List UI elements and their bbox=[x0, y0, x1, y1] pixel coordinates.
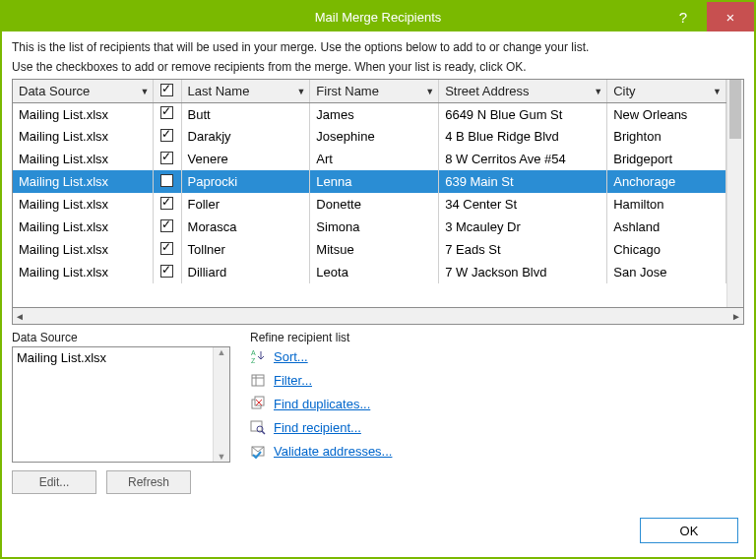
row-checkbox[interactable] bbox=[160, 219, 173, 232]
cell-city: New Orleans bbox=[607, 102, 726, 125]
row-checkbox[interactable] bbox=[160, 152, 173, 164]
window-title: Mail Merge Recipients bbox=[315, 10, 442, 25]
cell-data-source: Mailing List.xlsx bbox=[13, 261, 154, 283]
cell-last-name: Venere bbox=[181, 148, 310, 170]
cell-first-name: Lenna bbox=[310, 170, 439, 193]
row-checkbox[interactable] bbox=[160, 174, 173, 187]
cell-last-name: Tollner bbox=[181, 238, 310, 261]
cell-street: 4 B Blue Ridge Blvd bbox=[439, 125, 607, 148]
cell-street: 7 W Jackson Blvd bbox=[439, 261, 607, 283]
cell-data-source: Mailing List.xlsx bbox=[13, 148, 154, 170]
recipients-grid: Data Source▼ Last Name▼ First Name▼ Stre… bbox=[12, 79, 744, 308]
cell-checkbox[interactable] bbox=[154, 238, 181, 261]
mail-merge-recipients-dialog: Mail Merge Recipients ? × This is the li… bbox=[0, 0, 756, 559]
cell-data-source: Mailing List.xlsx bbox=[13, 193, 154, 216]
instruction-line-2: Use the checkboxes to add or remove reci… bbox=[12, 59, 744, 75]
cell-street: 639 Main St bbox=[439, 170, 607, 193]
window-controls: ? × bbox=[660, 2, 754, 31]
close-button[interactable]: × bbox=[707, 2, 754, 31]
cell-street: 7 Eads St bbox=[439, 238, 607, 261]
table-row[interactable]: Mailing List.xlsxVenereArt8 W Cerritos A… bbox=[13, 148, 726, 170]
table-row[interactable]: Mailing List.xlsxDarakjyJosephine4 B Blu… bbox=[13, 125, 726, 148]
validate-icon bbox=[250, 443, 266, 459]
cell-data-source: Mailing List.xlsx bbox=[13, 238, 154, 261]
cell-first-name: Leota bbox=[310, 261, 439, 283]
data-source-list[interactable]: Mailing List.xlsx ▲▼ bbox=[12, 346, 230, 463]
col-last-name[interactable]: Last Name▼ bbox=[181, 80, 310, 102]
dropdown-icon: ▼ bbox=[296, 87, 305, 96]
header-checkbox[interactable] bbox=[160, 84, 173, 96]
duplicates-icon bbox=[250, 396, 266, 411]
lower-panels: Data Source Mailing List.xlsx ▲▼ Edit...… bbox=[12, 331, 744, 518]
row-checkbox[interactable] bbox=[160, 197, 173, 210]
dialog-footer: OK bbox=[12, 518, 744, 547]
scroll-thumb[interactable] bbox=[729, 80, 741, 139]
scroll-right-icon[interactable]: ► bbox=[731, 311, 741, 322]
row-checkbox[interactable] bbox=[160, 265, 173, 278]
cell-city: Hamilton bbox=[607, 193, 726, 216]
find-duplicates-link[interactable]: Find duplicates... bbox=[250, 396, 744, 411]
cell-city: Bridgeport bbox=[607, 148, 726, 170]
cell-checkbox[interactable] bbox=[154, 193, 181, 216]
edit-button[interactable]: Edit... bbox=[12, 470, 96, 494]
table-row[interactable]: Mailing List.xlsxDilliardLeota7 W Jackso… bbox=[13, 261, 726, 283]
table-row[interactable]: Mailing List.xlsxButtJames6649 N Blue Gu… bbox=[13, 102, 726, 125]
find-recipient-link[interactable]: Find recipient... bbox=[250, 419, 744, 435]
cell-first-name: Mitsue bbox=[310, 238, 439, 261]
cell-checkbox[interactable] bbox=[154, 261, 181, 283]
refine-panel: Refine recipient list AZ Sort... Filter.… bbox=[250, 331, 744, 518]
filter-icon bbox=[250, 372, 266, 388]
row-checkbox[interactable] bbox=[160, 106, 173, 119]
cell-last-name: Foller bbox=[181, 193, 310, 216]
horizontal-scrollbar[interactable]: ◄► bbox=[12, 308, 744, 325]
col-checkbox[interactable] bbox=[154, 80, 181, 102]
col-street[interactable]: Street Address▼ bbox=[439, 80, 607, 102]
list-scrollbar[interactable]: ▲▼ bbox=[213, 347, 229, 462]
table-row[interactable]: Mailing List.xlsxTollnerMitsue7 Eads StC… bbox=[13, 238, 726, 261]
col-data-source[interactable]: Data Source▼ bbox=[13, 80, 154, 102]
col-city[interactable]: City▼ bbox=[607, 80, 726, 102]
cell-city: Chicago bbox=[607, 238, 726, 261]
row-checkbox[interactable] bbox=[160, 242, 173, 255]
instruction-line-1: This is the list of recipients that will… bbox=[12, 39, 744, 55]
cell-street: 6649 N Blue Gum St bbox=[439, 102, 607, 125]
col-first-name[interactable]: First Name▼ bbox=[310, 80, 439, 102]
cell-last-name: Darakjy bbox=[181, 125, 310, 148]
svg-line-11 bbox=[262, 431, 265, 434]
sort-icon: AZ bbox=[250, 348, 266, 364]
table-row[interactable]: Mailing List.xlsxFollerDonette34 Center … bbox=[13, 193, 726, 216]
find-icon bbox=[250, 419, 266, 435]
table-row[interactable]: Mailing List.xlsxMorascaSimona3 Mcauley … bbox=[13, 216, 726, 238]
cell-last-name: Paprocki bbox=[181, 170, 310, 193]
dropdown-icon: ▼ bbox=[594, 87, 602, 96]
cell-last-name: Dilliard bbox=[181, 261, 310, 283]
cell-city: Ashland bbox=[607, 216, 726, 238]
filter-link[interactable]: Filter... bbox=[250, 372, 744, 388]
ok-button[interactable]: OK bbox=[640, 518, 738, 543]
cell-checkbox[interactable] bbox=[154, 102, 181, 125]
scroll-left-icon[interactable]: ◄ bbox=[15, 311, 25, 322]
cell-checkbox[interactable] bbox=[154, 148, 181, 170]
validate-link[interactable]: Validate addresses... bbox=[250, 443, 744, 459]
cell-checkbox[interactable] bbox=[154, 170, 181, 193]
data-source-item[interactable]: Mailing List.xlsx bbox=[17, 350, 106, 365]
data-source-label: Data Source bbox=[12, 331, 230, 344]
refresh-button[interactable]: Refresh bbox=[106, 470, 191, 494]
table-row[interactable]: Mailing List.xlsxPaprockiLenna639 Main S… bbox=[13, 170, 726, 193]
svg-text:Z: Z bbox=[251, 357, 256, 364]
cell-checkbox[interactable] bbox=[154, 216, 181, 238]
vertical-scrollbar[interactable] bbox=[726, 80, 743, 307]
cell-data-source: Mailing List.xlsx bbox=[13, 170, 154, 193]
cell-street: 3 Mcauley Dr bbox=[439, 216, 607, 238]
row-checkbox[interactable] bbox=[160, 129, 173, 142]
cell-last-name: Morasca bbox=[181, 216, 310, 238]
cell-checkbox[interactable] bbox=[154, 125, 181, 148]
cell-street: 34 Center St bbox=[439, 193, 607, 216]
cell-last-name: Butt bbox=[181, 102, 310, 125]
sort-link[interactable]: AZ Sort... bbox=[250, 348, 744, 364]
help-button[interactable]: ? bbox=[660, 2, 707, 31]
cell-first-name: James bbox=[310, 102, 439, 125]
cell-first-name: Simona bbox=[310, 216, 439, 238]
cell-data-source: Mailing List.xlsx bbox=[13, 102, 154, 125]
cell-first-name: Art bbox=[310, 148, 439, 170]
